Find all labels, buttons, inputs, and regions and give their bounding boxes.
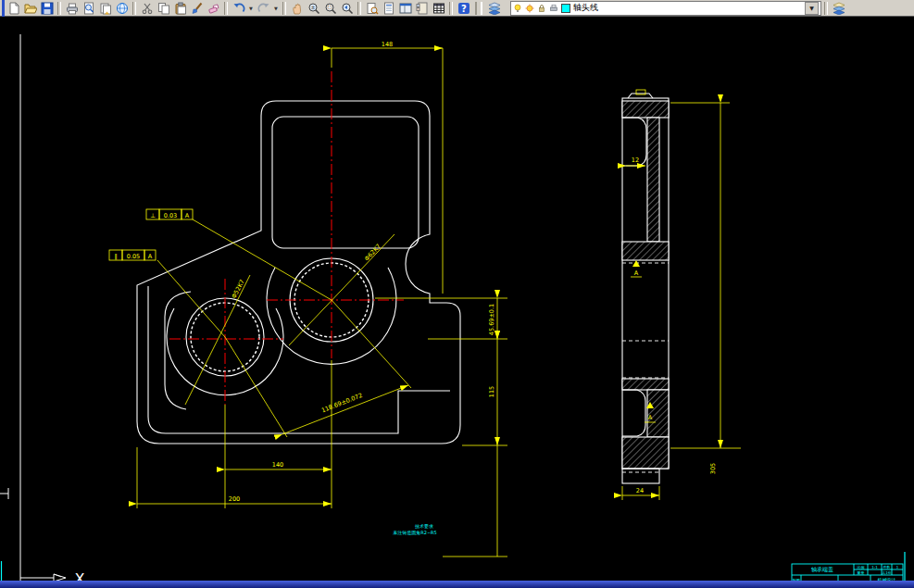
plot-preview-icon[interactable] xyxy=(81,1,96,16)
toolbar-separator xyxy=(357,2,361,15)
centerlines xyxy=(169,71,404,405)
layer-name-label: 轴头线 xyxy=(573,2,598,14)
web-publish-icon[interactable] xyxy=(114,1,130,16)
redo-icon[interactable] xyxy=(256,1,271,16)
model-space-canvas[interactable]: X xyxy=(0,17,914,582)
cad-application-window: { "toolbar": { "layer_value": "轴头线", "co… xyxy=(0,0,914,588)
new-icon[interactable] xyxy=(6,1,21,16)
svg-text:件数: 件数 xyxy=(883,565,891,569)
dim-side-height: 305 xyxy=(709,463,717,474)
label-bore-left: Φ52K7 xyxy=(231,279,246,300)
undo-dropdown-icon[interactable]: ▼ xyxy=(247,1,255,16)
publish-icon[interactable] xyxy=(97,1,113,16)
dim-center-offset: 45.69±0.1 xyxy=(488,304,495,335)
dim-center-to-base: 115 xyxy=(488,386,495,397)
match-properties-icon[interactable] xyxy=(189,1,205,16)
toolbar-separator xyxy=(824,2,828,15)
toolbar-separator xyxy=(57,2,61,15)
toolbar-grip[interactable] xyxy=(475,2,482,15)
undo-icon[interactable] xyxy=(231,1,246,16)
design-center-icon[interactable] xyxy=(397,1,413,16)
front-view-geometry xyxy=(137,101,460,444)
layers-icon[interactable] xyxy=(486,1,502,16)
layer-bulb-icon[interactable] xyxy=(513,4,522,13)
window-border xyxy=(2,0,5,17)
dim-center-distance: 140 xyxy=(272,461,283,469)
feature-control-frame-2: ∥ 0.05 A xyxy=(109,250,156,260)
svg-text:1:1: 1:1 xyxy=(871,565,878,569)
layer-plot-icon[interactable] xyxy=(549,4,558,13)
toolbar-separator xyxy=(132,2,136,15)
svg-text:±: ± xyxy=(310,4,315,10)
lower-cavity xyxy=(622,390,645,436)
sheet-set-manager-icon[interactable] xyxy=(431,1,446,16)
front-view-dimensions xyxy=(137,48,507,557)
open-icon[interactable] xyxy=(22,1,38,16)
erase-icon[interactable] xyxy=(206,1,221,16)
note-line1: 技术要求 xyxy=(415,523,433,530)
svg-text:⊥: ⊥ xyxy=(150,212,156,219)
layer-freeze-icon[interactable] xyxy=(525,4,534,13)
pan-icon[interactable] xyxy=(289,1,305,16)
layer-states-icon[interactable] xyxy=(831,1,846,16)
cut-icon[interactable] xyxy=(139,1,155,16)
note-line2: 未注铸造圆角R2~R5 xyxy=(393,530,437,536)
plot-icon[interactable] xyxy=(64,1,80,16)
layer-lock-icon[interactable] xyxy=(537,4,546,13)
properties-icon[interactable] xyxy=(381,1,396,16)
svg-text:A: A xyxy=(148,253,153,260)
drawing: X xyxy=(0,17,914,588)
copy-icon[interactable] xyxy=(156,1,171,16)
tool-palettes-icon[interactable] xyxy=(414,1,430,16)
outer-contour xyxy=(137,101,460,444)
side-view-geometry xyxy=(622,94,669,483)
save-icon[interactable] xyxy=(39,1,55,16)
toolbar-separator xyxy=(224,2,228,15)
dim-side-depth: 12 xyxy=(632,156,639,164)
svg-text:共1张: 共1张 xyxy=(882,570,892,575)
inner-top-cavity xyxy=(272,117,419,248)
svg-text:0.03: 0.03 xyxy=(164,212,177,219)
label-bore-right: Φ62K7 xyxy=(363,243,382,262)
technical-notes: 技术要求 未注铸造圆角R2~R5 xyxy=(393,523,437,536)
toolbar-separator xyxy=(282,2,286,15)
zoom-previous-icon[interactable] xyxy=(339,1,355,16)
svg-text:1: 1 xyxy=(896,565,899,569)
title-part-name: 轴承端盖 xyxy=(811,566,833,573)
feature-control-frame-1: ⊥ 0.03 A xyxy=(146,209,193,219)
toolbar-separator xyxy=(449,2,453,15)
zoom-realtime-icon[interactable]: ± xyxy=(306,1,321,16)
layer-combo-arrow-icon[interactable]: ▼ xyxy=(805,2,819,15)
datum-label-2: A xyxy=(648,414,653,421)
svg-text:重量: 重量 xyxy=(857,570,865,575)
layer-color-swatch[interactable] xyxy=(561,4,570,13)
dim-side-tab: 24 xyxy=(636,487,644,494)
dim-top-width: 148 xyxy=(382,41,393,48)
datum-label-1: A xyxy=(634,269,639,277)
find-icon[interactable] xyxy=(364,1,380,16)
zoom-window-icon[interactable] xyxy=(322,1,338,16)
svg-text:∥: ∥ xyxy=(114,253,117,260)
paste-icon[interactable] xyxy=(172,1,188,16)
top-toolbar: ▼ ▼ ± ? 轴头线 ▼ xyxy=(0,0,914,17)
bottom-status-strip xyxy=(0,581,914,588)
svg-text:?: ? xyxy=(461,3,467,13)
svg-text:0.05: 0.05 xyxy=(127,253,140,260)
svg-text:A: A xyxy=(185,212,190,219)
help-icon[interactable]: ? xyxy=(456,1,471,16)
layer-combo[interactable]: 轴头线 ▼ xyxy=(510,1,821,16)
dim-overall-width: 200 xyxy=(229,495,240,503)
bottom-tab xyxy=(622,469,659,483)
redo-dropdown-icon[interactable]: ▼ xyxy=(272,1,280,16)
